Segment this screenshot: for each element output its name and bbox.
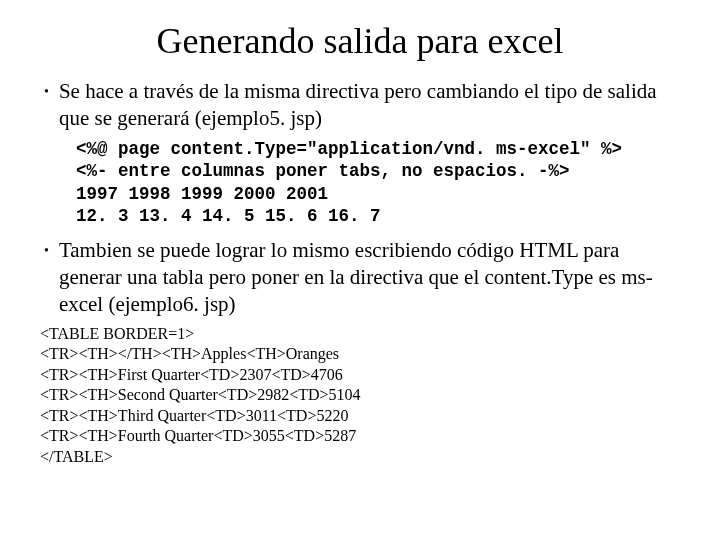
bullet-item-2: • Tambien se puede lograr lo mismo escri… xyxy=(40,237,680,318)
code-example-1: <%@ page content.Type="application/vnd. … xyxy=(76,138,680,228)
bullet-text-2: Tambien se puede lograr lo mismo escribi… xyxy=(59,237,680,318)
slide-title: Generando salida para excel xyxy=(40,20,680,62)
bullet-dot-icon: • xyxy=(44,78,49,106)
bullet-dot-icon: • xyxy=(44,237,49,265)
bullet-item-1: • Se hace a través de la misma directiva… xyxy=(40,78,680,132)
bullet-text-1: Se hace a través de la misma directiva p… xyxy=(59,78,680,132)
code-example-2: <TABLE BORDER=1> <TR><TH></TH><TH>Apples… xyxy=(40,324,680,467)
